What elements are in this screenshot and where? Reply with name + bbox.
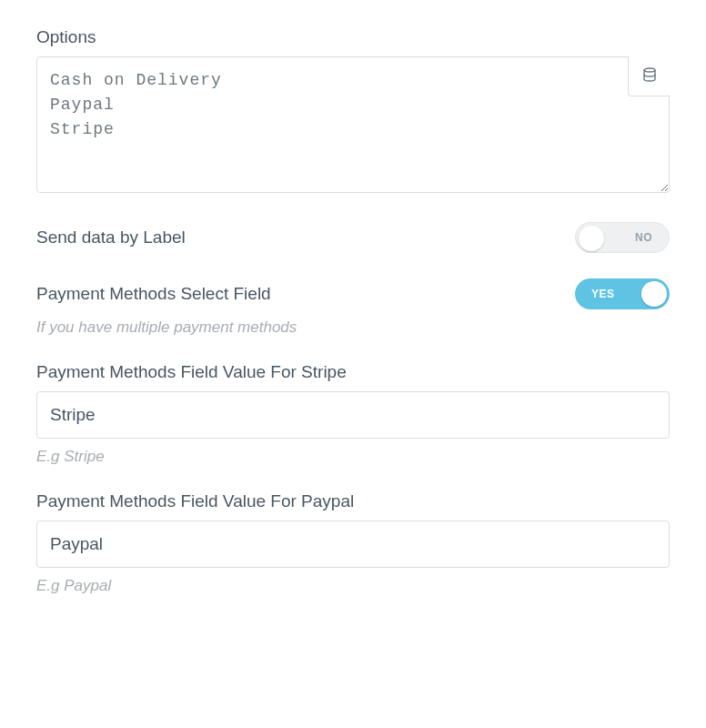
stripe-value-helper: E.g Stripe — [36, 448, 670, 466]
paypal-value-helper: E.g Paypal — [36, 577, 670, 595]
svg-point-0 — [644, 68, 655, 72]
paypal-value-label: Payment Methods Field Value For Paypal — [36, 491, 670, 511]
stripe-value-label: Payment Methods Field Value For Stripe — [36, 362, 670, 382]
stripe-value-input[interactable] — [36, 391, 670, 439]
pm-select-toggle[interactable]: YES — [575, 278, 670, 309]
database-icon — [642, 67, 657, 85]
options-textarea[interactable] — [36, 56, 670, 193]
paypal-value-input[interactable] — [36, 521, 670, 568]
send-by-label-label: Send data by Label — [36, 228, 186, 248]
send-by-label-toggle[interactable]: NO — [575, 222, 670, 253]
toggle-knob — [579, 226, 604, 251]
pm-select-label: Payment Methods Select Field — [36, 284, 271, 304]
toggle-knob — [641, 281, 667, 307]
database-icon-button[interactable] — [628, 56, 670, 96]
pm-select-helper: If you have multiple payment methods — [36, 318, 670, 337]
options-label: Options — [36, 27, 670, 47]
